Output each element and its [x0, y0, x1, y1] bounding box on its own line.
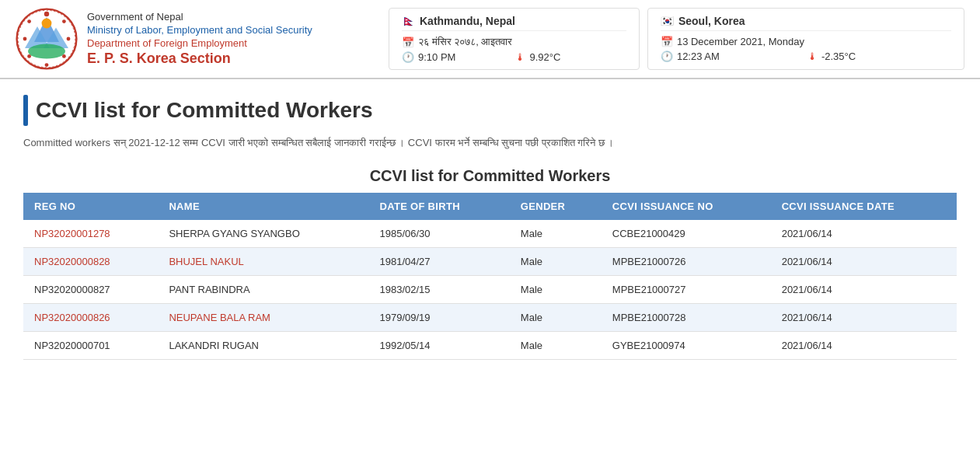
cell-issuance-no: MPBE21000728 [602, 303, 771, 331]
cell-reg-no: NP32020000827 [23, 275, 158, 303]
nepal-emblem [16, 8, 78, 70]
main-content: CCVI list for Committed Workers Committe… [0, 79, 980, 375]
cell-name: SHERPA GYANG SYANGBO [158, 220, 368, 248]
clock-icon-ktm: 🕐 [402, 51, 414, 63]
col-gender: GENDER [510, 193, 602, 220]
cell-issuance-date: 2021/06/14 [771, 220, 957, 248]
seoul-empty [807, 36, 951, 47]
svg-point-6 [44, 12, 49, 16]
svg-point-11 [27, 19, 31, 23]
seoul-time: 12:23 AM [677, 51, 720, 62]
cell-issuance-date: 2021/06/14 [771, 331, 957, 359]
cell-dob: 1981/04/27 [369, 247, 510, 275]
cell-name[interactable]: BHUJEL NAKUL [158, 247, 368, 275]
header: Government of Nepal Ministry of Labor, E… [0, 0, 980, 79]
cell-gender: Male [510, 220, 602, 248]
org-info: Government of Nepal Ministry of Labor, E… [87, 11, 312, 67]
gov-line3: Department of Foreign Employment [87, 37, 312, 49]
cell-dob: 1992/05/14 [369, 331, 510, 359]
name-link[interactable]: BHUJEL NAKUL [169, 256, 243, 267]
svg-point-12 [62, 19, 66, 23]
cell-reg-no: NP32020000701 [23, 331, 158, 359]
nepal-flag-icon: 🇳🇵 [402, 15, 415, 27]
cell-issuance-date: 2021/06/14 [771, 247, 957, 275]
table-row: NP32020001278SHERPA GYANG SYANGBO1985/06… [23, 220, 957, 248]
cell-name: PANT RABINDRA [158, 275, 368, 303]
table-body: NP32020001278SHERPA GYANG SYANGBO1985/06… [23, 220, 957, 360]
calendar-icon-seoul: 📅 [661, 36, 673, 47]
kathmandu-time: 9:10 PM [418, 51, 455, 63]
svg-point-5 [28, 44, 65, 58]
col-issuance-date: CCVI ISSUANCE DATE [771, 193, 957, 220]
svg-point-4 [42, 19, 52, 29]
reg-no-link[interactable]: NP32020000826 [34, 312, 110, 323]
calendar-icon-ktm: 📅 [402, 37, 414, 48]
cell-gender: Male [510, 275, 602, 303]
title-bar-decoration [23, 95, 28, 126]
table-row: NP32020000701LAKANDRI RUGAN1992/05/14Mal… [23, 331, 957, 359]
seoul-weather-box: 🇰🇷 Seoul, Korea 📅 13 December 2021, Mond… [647, 8, 964, 70]
table-heading: CCVI list for Committed Workers [23, 167, 957, 185]
cell-reg-no[interactable]: NP32020001278 [23, 220, 158, 248]
page-title: CCVI list for Committed Workers [36, 98, 373, 123]
cell-reg-no[interactable]: NP32020000826 [23, 303, 158, 331]
ccvi-table: REG NO NAME DATE OF BIRTH GENDER CCVI IS… [23, 193, 957, 360]
kathmandu-empty [515, 36, 626, 48]
clock-icon-seoul: 🕐 [661, 51, 673, 62]
reg-no-link[interactable]: NP32020001278 [34, 228, 110, 239]
reg-no-link[interactable]: NP32020000828 [34, 256, 110, 267]
kathmandu-date: २६ मंसिर २०७८, आइतवार [418, 36, 512, 48]
col-issuance-no: CCVI ISSUANCE NO [602, 193, 771, 220]
kathmandu-details: 📅 २६ मंसिर २०७८, आइतवार 🕐 9:10 PM 🌡 9.92… [402, 34, 626, 63]
table-section: CCVI list for Committed Workers REG NO N… [23, 167, 957, 360]
svg-point-13 [27, 54, 31, 58]
kathmandu-temp-row: 🌡 9.92°C [515, 51, 626, 63]
cell-dob: 1979/09/19 [369, 303, 510, 331]
col-name: NAME [158, 193, 368, 220]
kathmandu-city-name: Kathmandu, Nepal [420, 15, 515, 27]
table-header-row: REG NO NAME DATE OF BIRTH GENDER CCVI IS… [23, 193, 957, 220]
gov-line4: E. P. S. Korea Section [87, 51, 312, 67]
temp-icon-ktm: 🌡 [515, 51, 525, 63]
gov-line1: Government of Nepal [87, 11, 312, 23]
cell-dob: 1983/02/15 [369, 275, 510, 303]
svg-point-14 [62, 54, 66, 58]
kathmandu-time-row: 🕐 9:10 PM [402, 51, 512, 63]
gov-line2: Ministry of Labor, Employment and Social… [87, 24, 312, 36]
cell-name: LAKANDRI RUGAN [158, 331, 368, 359]
kathmandu-weather-box: 🇳🇵 Kathmandu, Nepal 📅 २६ मंसिर २०७८, आइत… [389, 8, 640, 70]
korea-flag-icon: 🇰🇷 [661, 15, 674, 27]
page-title-section: CCVI list for Committed Workers [23, 95, 957, 126]
table-row: NP32020000828BHUJEL NAKUL1981/04/27MaleM… [23, 247, 957, 275]
cell-issuance-no: MPBE21000726 [602, 247, 771, 275]
svg-point-8 [23, 37, 27, 41]
seoul-temp-row: 🌡 -2.35°C [807, 51, 951, 62]
kathmandu-date-row: 📅 २६ मंसिर २०७८, आइतवार [402, 36, 512, 48]
seoul-temp: -2.35°C [821, 51, 856, 62]
seoul-date-row: 📅 13 December 2021, Monday [661, 36, 804, 47]
cell-gender: Male [510, 331, 602, 359]
logo-area: Government of Nepal Ministry of Labor, E… [16, 8, 312, 70]
name-link[interactable]: NEUPANE BALA RAM [169, 312, 270, 323]
weather-section: 🇳🇵 Kathmandu, Nepal 📅 २६ मंसिर २०७८, आइत… [389, 8, 964, 70]
svg-point-10 [45, 63, 49, 67]
cell-issuance-date: 2021/06/14 [771, 303, 957, 331]
table-row: NP32020000826NEUPANE BALA RAM1979/09/19M… [23, 303, 957, 331]
cell-gender: Male [510, 303, 602, 331]
cell-gender: Male [510, 247, 602, 275]
table-header: REG NO NAME DATE OF BIRTH GENDER CCVI IS… [23, 193, 957, 220]
cell-name[interactable]: NEUPANE BALA RAM [158, 303, 368, 331]
cell-issuance-no: GYBE21000974 [602, 331, 771, 359]
cell-issuance-no: CCBE21000429 [602, 220, 771, 248]
seoul-date: 13 December 2021, Monday [677, 36, 804, 47]
kathmandu-city: 🇳🇵 Kathmandu, Nepal [402, 15, 626, 31]
seoul-details: 📅 13 December 2021, Monday 🕐 12:23 AM 🌡 … [661, 34, 951, 62]
seoul-city: 🇰🇷 Seoul, Korea [661, 15, 951, 31]
seoul-city-name: Seoul, Korea [678, 15, 745, 27]
cell-reg-no[interactable]: NP32020000828 [23, 247, 158, 275]
seoul-time-row: 🕐 12:23 AM [661, 51, 804, 62]
svg-point-9 [67, 37, 71, 41]
cell-issuance-no: MPBE21000727 [602, 275, 771, 303]
col-dob: DATE OF BIRTH [369, 193, 510, 220]
kathmandu-temp: 9.92°C [529, 51, 560, 63]
